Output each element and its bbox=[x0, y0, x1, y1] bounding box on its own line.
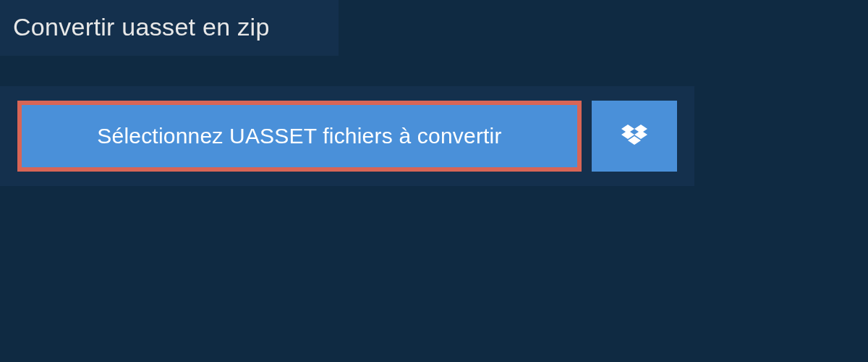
tab-header[interactable]: Convertir uasset en zip bbox=[0, 0, 339, 56]
select-files-button[interactable]: Sélectionnez UASSET fichiers à convertir bbox=[17, 101, 582, 172]
tab-label: Convertir uasset en zip bbox=[13, 13, 270, 41]
dropbox-icon bbox=[621, 125, 647, 148]
select-files-label: Sélectionnez UASSET fichiers à convertir bbox=[97, 124, 501, 148]
converter-panel: Sélectionnez UASSET fichiers à convertir bbox=[0, 86, 694, 186]
dropbox-button[interactable] bbox=[592, 101, 677, 172]
